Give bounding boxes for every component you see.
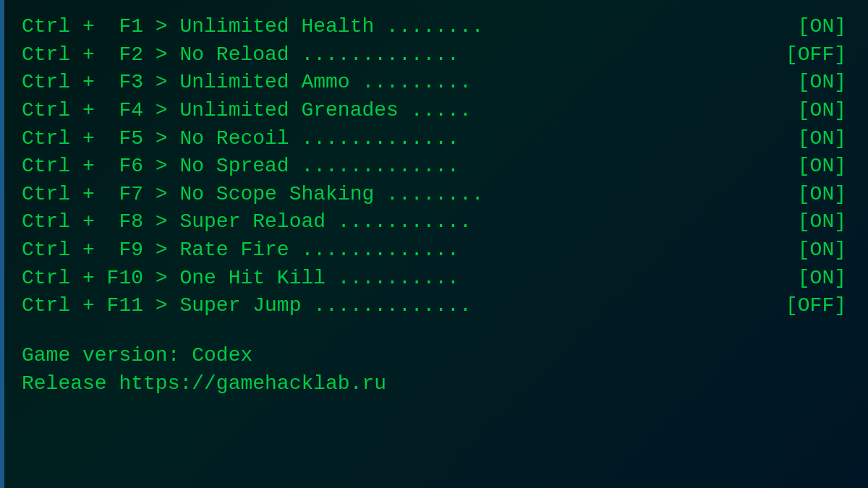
cheat-row: Ctrl + F6 > No Spread ............. [ON]: [22, 153, 846, 181]
release-label: Release https://gamehacklab.ru: [22, 370, 846, 398]
cheat-name: Unlimited Health ........: [179, 13, 797, 41]
cheat-name: Unlimited Ammo .........: [179, 69, 797, 97]
cheat-row: Ctrl + F10 > One Hit Kill .......... [ON…: [22, 265, 846, 293]
key-combo: Ctrl + F10 >: [22, 265, 179, 293]
key-combo: Ctrl + F4 >: [22, 97, 179, 125]
cheat-status: [OFF]: [786, 41, 846, 69]
key-combo: Ctrl + F1 >: [22, 13, 179, 41]
cheat-row: Ctrl + F9 > Rate Fire ............. [ON]: [22, 236, 846, 265]
key-combo: Ctrl + F8 >: [22, 208, 179, 236]
cheat-row: Ctrl + F2 > No Reload ............. [OFF…: [22, 41, 846, 69]
spacer: [22, 320, 846, 339]
cheat-name: Rate Fire .............: [179, 236, 797, 265]
cheat-status: [ON]: [798, 97, 846, 125]
cheat-name: Super Reload ...........: [179, 208, 797, 236]
key-combo: Ctrl + F2 >: [22, 41, 179, 69]
terminal-window: Ctrl + F1 > Unlimited Health ........ [O…: [4, 0, 868, 488]
cheat-name: Unlimited Grenades .....: [179, 97, 797, 125]
key-combo: Ctrl + F11 >: [22, 292, 179, 320]
cheat-status: [ON]: [798, 208, 846, 236]
cheat-row: Ctrl + F4 > Unlimited Grenades ..... [ON…: [22, 97, 846, 125]
footer: Game version: Codex Release https://game…: [22, 342, 846, 398]
cheat-row: Ctrl + F7 > No Scope Shaking ........ [O…: [22, 181, 846, 209]
key-combo: Ctrl + F7 >: [22, 181, 179, 209]
cheat-name: No Recoil .............: [179, 125, 797, 153]
cheat-name: Super Jump .............: [179, 292, 786, 320]
cheat-row: Ctrl + F1 > Unlimited Health ........ [O…: [22, 13, 846, 41]
key-combo: Ctrl + F9 >: [22, 236, 179, 265]
key-combo: Ctrl + F5 >: [22, 125, 179, 153]
key-combo: Ctrl + F6 >: [22, 153, 179, 181]
cheat-row: Ctrl + F8 > Super Reload ........... [ON…: [22, 208, 846, 236]
cheat-status: [ON]: [798, 69, 846, 97]
cheat-name: No Reload .............: [179, 41, 786, 69]
cheat-status: [ON]: [798, 153, 846, 181]
key-combo: Ctrl + F3 >: [22, 69, 179, 97]
cheat-row: Ctrl + F11 > Super Jump ............. [O…: [22, 292, 846, 320]
cheat-status: [ON]: [798, 125, 846, 153]
cheat-status: [ON]: [798, 265, 846, 293]
cheat-status: [OFF]: [786, 292, 846, 320]
cheat-status: [ON]: [798, 181, 846, 209]
cheat-list: Ctrl + F1 > Unlimited Health ........ [O…: [22, 13, 846, 320]
cheat-row: Ctrl + F3 > Unlimited Ammo ......... [ON…: [22, 69, 846, 97]
cheat-name: One Hit Kill ..........: [179, 265, 797, 293]
cheat-row: Ctrl + F5 > No Recoil ............. [ON]: [22, 125, 846, 153]
game-version-label: Game version: Codex: [22, 342, 846, 370]
cheat-name: No Spread .............: [179, 153, 797, 181]
cheat-status: [ON]: [798, 13, 846, 41]
cheat-name: No Scope Shaking ........: [179, 181, 797, 209]
cheat-status: [ON]: [798, 236, 846, 265]
